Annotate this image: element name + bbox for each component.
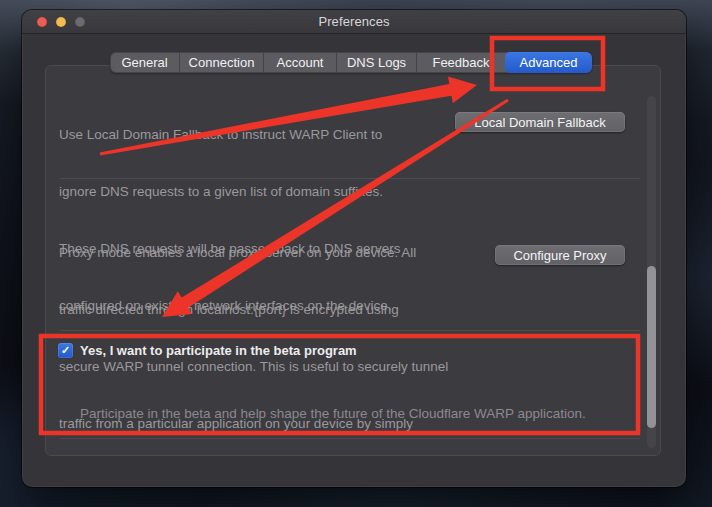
scroll-area: Use Local Domain Fallback to instruct WA… — [46, 92, 660, 455]
tab-advanced[interactable]: Advanced — [505, 52, 592, 73]
preferences-window: Preferences General Connection Account D… — [22, 10, 686, 487]
tab-general[interactable]: General — [110, 52, 180, 73]
beta-description: Participate in the beta and help shape t… — [80, 369, 590, 455]
divider — [60, 178, 640, 179]
beta-checkbox-label[interactable]: Yes, I want to participate in the beta p… — [80, 343, 357, 358]
tab-connection[interactable]: Connection — [180, 52, 264, 73]
tab-feedback[interactable]: Feedback — [417, 52, 505, 73]
configure-proxy-button[interactable]: Configure Proxy — [495, 245, 625, 265]
local-domain-fallback-button[interactable]: Local Domain Fallback — [455, 112, 625, 132]
tab-dns-logs[interactable]: DNS Logs — [337, 52, 417, 73]
screen: Preferences General Connection Account D… — [0, 0, 712, 507]
titlebar: Preferences — [22, 10, 686, 34]
window-title: Preferences — [22, 14, 686, 29]
scrollbar-track[interactable] — [647, 96, 656, 448]
checkmark-icon: ✓ — [61, 345, 70, 356]
divider — [60, 330, 640, 331]
divider — [60, 438, 640, 439]
tab-bar: General Connection Account DNS Logs Feed… — [110, 52, 592, 73]
beta-checkbox[interactable]: ✓ — [58, 343, 73, 358]
scrollbar-thumb[interactable] — [647, 266, 656, 428]
tab-account[interactable]: Account — [264, 52, 337, 73]
